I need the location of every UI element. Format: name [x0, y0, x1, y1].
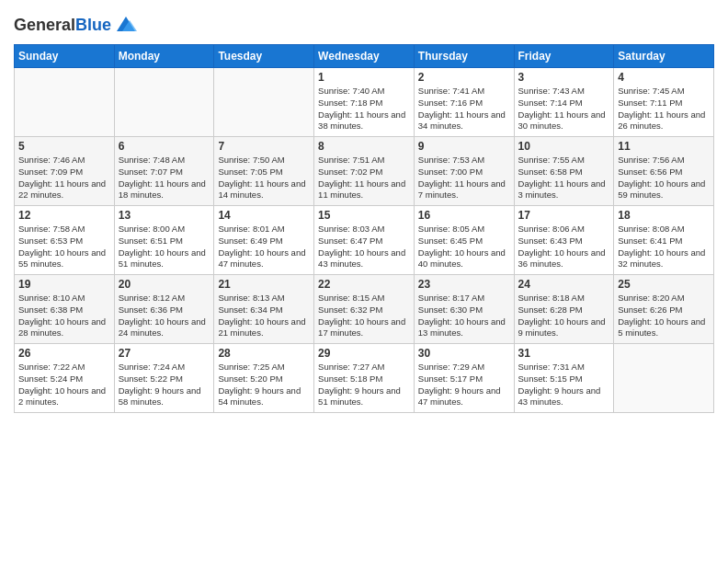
- day-info: Sunrise: 8:12 AM Sunset: 6:36 PM Dayligh…: [119, 293, 210, 339]
- calendar-day-cell: 9Sunrise: 7:53 AM Sunset: 7:00 PM Daylig…: [414, 137, 514, 206]
- day-info: Sunrise: 8:17 AM Sunset: 6:30 PM Dayligh…: [418, 293, 510, 339]
- day-number: 7: [218, 140, 310, 153]
- calendar-day-cell: 13Sunrise: 8:00 AM Sunset: 6:51 PM Dayli…: [114, 206, 214, 275]
- day-info: Sunrise: 7:58 AM Sunset: 6:53 PM Dayligh…: [18, 224, 110, 270]
- calendar-day-cell: 7Sunrise: 7:50 AM Sunset: 7:05 PM Daylig…: [214, 137, 314, 206]
- day-info: Sunrise: 7:27 AM Sunset: 5:18 PM Dayligh…: [318, 362, 410, 408]
- calendar-header-row: SundayMondayTuesdayWednesdayThursdayFrid…: [15, 45, 714, 68]
- calendar-week-row: 19Sunrise: 8:10 AM Sunset: 6:38 PM Dayli…: [15, 275, 714, 344]
- calendar-day-cell: 27Sunrise: 7:24 AM Sunset: 5:22 PM Dayli…: [114, 344, 214, 413]
- calendar-week-row: 12Sunrise: 7:58 AM Sunset: 6:53 PM Dayli…: [15, 206, 714, 275]
- day-info: Sunrise: 8:06 AM Sunset: 6:43 PM Dayligh…: [518, 224, 610, 270]
- day-info: Sunrise: 8:05 AM Sunset: 6:45 PM Dayligh…: [418, 224, 510, 270]
- calendar-day-cell: 21Sunrise: 8:13 AM Sunset: 6:34 PM Dayli…: [214, 275, 314, 344]
- calendar-day-cell: 17Sunrise: 8:06 AM Sunset: 6:43 PM Dayli…: [514, 206, 614, 275]
- day-number: 20: [119, 278, 210, 291]
- calendar-day-cell: [614, 344, 714, 413]
- calendar-day-cell: 31Sunrise: 7:31 AM Sunset: 5:15 PM Dayli…: [514, 344, 614, 413]
- day-info: Sunrise: 7:46 AM Sunset: 7:09 PM Dayligh…: [18, 155, 110, 201]
- day-number: 9: [418, 140, 510, 153]
- day-number: 15: [318, 209, 410, 222]
- day-number: 22: [318, 278, 410, 291]
- day-number: 11: [618, 140, 710, 153]
- day-number: 21: [218, 278, 310, 291]
- day-number: 5: [18, 140, 110, 153]
- calendar-day-cell: 30Sunrise: 7:29 AM Sunset: 5:17 PM Dayli…: [414, 344, 514, 413]
- page: GeneralBlue SundayMondayTuesdayWednesday…: [0, 0, 728, 422]
- calendar-day-cell: 10Sunrise: 7:55 AM Sunset: 6:58 PM Dayli…: [514, 137, 614, 206]
- day-number: 13: [119, 209, 210, 222]
- day-info: Sunrise: 7:24 AM Sunset: 5:22 PM Dayligh…: [119, 362, 210, 408]
- day-info: Sunrise: 7:31 AM Sunset: 5:15 PM Dayligh…: [518, 362, 610, 408]
- calendar-week-row: 5Sunrise: 7:46 AM Sunset: 7:09 PM Daylig…: [15, 137, 714, 206]
- calendar-day-cell: 16Sunrise: 8:05 AM Sunset: 6:45 PM Dayli…: [414, 206, 514, 275]
- calendar-day-cell: 1Sunrise: 7:40 AM Sunset: 7:18 PM Daylig…: [314, 68, 415, 137]
- calendar-table: SundayMondayTuesdayWednesdayThursdayFrid…: [14, 44, 714, 413]
- day-info: Sunrise: 7:55 AM Sunset: 6:58 PM Dayligh…: [518, 155, 610, 201]
- calendar-day-cell: 3Sunrise: 7:43 AM Sunset: 7:14 PM Daylig…: [514, 68, 614, 137]
- day-number: 16: [418, 209, 510, 222]
- calendar-day-cell: 25Sunrise: 8:20 AM Sunset: 6:26 PM Dayli…: [614, 275, 714, 344]
- calendar-header-cell: Friday: [514, 45, 614, 68]
- day-info: Sunrise: 8:00 AM Sunset: 6:51 PM Dayligh…: [119, 224, 210, 270]
- day-number: 6: [119, 140, 210, 153]
- calendar-day-cell: 28Sunrise: 7:25 AM Sunset: 5:20 PM Dayli…: [214, 344, 314, 413]
- calendar-header-cell: Wednesday: [314, 45, 415, 68]
- day-number: 8: [318, 140, 410, 153]
- day-number: 19: [18, 278, 110, 291]
- day-info: Sunrise: 8:20 AM Sunset: 6:26 PM Dayligh…: [618, 293, 710, 339]
- day-number: 10: [518, 140, 610, 153]
- calendar-day-cell: 15Sunrise: 8:03 AM Sunset: 6:47 PM Dayli…: [314, 206, 415, 275]
- day-info: Sunrise: 7:50 AM Sunset: 7:05 PM Dayligh…: [218, 155, 310, 201]
- calendar-day-cell: 6Sunrise: 7:48 AM Sunset: 7:07 PM Daylig…: [114, 137, 214, 206]
- day-info: Sunrise: 8:01 AM Sunset: 6:49 PM Dayligh…: [218, 224, 310, 270]
- calendar-header-cell: Thursday: [414, 45, 514, 68]
- calendar-header-cell: Saturday: [614, 45, 714, 68]
- day-number: 2: [418, 71, 510, 84]
- calendar-day-cell: 8Sunrise: 7:51 AM Sunset: 7:02 PM Daylig…: [314, 137, 415, 206]
- calendar-week-row: 1Sunrise: 7:40 AM Sunset: 7:18 PM Daylig…: [15, 68, 714, 137]
- calendar-day-cell: 12Sunrise: 7:58 AM Sunset: 6:53 PM Dayli…: [15, 206, 115, 275]
- day-info: Sunrise: 7:25 AM Sunset: 5:20 PM Dayligh…: [218, 362, 310, 408]
- calendar-header-cell: Monday: [114, 45, 214, 68]
- logo-icon: [113, 13, 139, 39]
- day-info: Sunrise: 8:13 AM Sunset: 6:34 PM Dayligh…: [218, 293, 310, 339]
- day-info: Sunrise: 7:43 AM Sunset: 7:14 PM Dayligh…: [518, 86, 610, 132]
- day-number: 27: [119, 347, 210, 360]
- calendar-day-cell: 14Sunrise: 8:01 AM Sunset: 6:49 PM Dayli…: [214, 206, 314, 275]
- day-number: 17: [518, 209, 610, 222]
- calendar-day-cell: 19Sunrise: 8:10 AM Sunset: 6:38 PM Dayli…: [15, 275, 115, 344]
- day-info: Sunrise: 7:29 AM Sunset: 5:17 PM Dayligh…: [418, 362, 510, 408]
- day-info: Sunrise: 8:08 AM Sunset: 6:41 PM Dayligh…: [618, 224, 710, 270]
- day-number: 28: [218, 347, 310, 360]
- logo-general-text: General: [14, 16, 75, 34]
- logo-blue-text: Blue: [75, 16, 111, 34]
- day-number: 30: [418, 347, 510, 360]
- day-info: Sunrise: 8:10 AM Sunset: 6:38 PM Dayligh…: [18, 293, 110, 339]
- day-info: Sunrise: 7:40 AM Sunset: 7:18 PM Dayligh…: [318, 86, 410, 132]
- day-number: 12: [18, 209, 110, 222]
- logo: GeneralBlue: [14, 13, 139, 39]
- day-info: Sunrise: 7:41 AM Sunset: 7:16 PM Dayligh…: [418, 86, 510, 132]
- calendar-day-cell: 24Sunrise: 8:18 AM Sunset: 6:28 PM Dayli…: [514, 275, 614, 344]
- calendar-week-row: 26Sunrise: 7:22 AM Sunset: 5:24 PM Dayli…: [15, 344, 714, 413]
- calendar-day-cell: 2Sunrise: 7:41 AM Sunset: 7:16 PM Daylig…: [414, 68, 514, 137]
- day-info: Sunrise: 7:53 AM Sunset: 7:00 PM Dayligh…: [418, 155, 510, 201]
- day-info: Sunrise: 8:15 AM Sunset: 6:32 PM Dayligh…: [318, 293, 410, 339]
- day-number: 14: [218, 209, 310, 222]
- calendar-day-cell: 5Sunrise: 7:46 AM Sunset: 7:09 PM Daylig…: [15, 137, 115, 206]
- calendar-day-cell: 18Sunrise: 8:08 AM Sunset: 6:41 PM Dayli…: [614, 206, 714, 275]
- day-info: Sunrise: 7:45 AM Sunset: 7:11 PM Dayligh…: [618, 86, 710, 132]
- calendar-header-cell: Tuesday: [214, 45, 314, 68]
- day-number: 31: [518, 347, 610, 360]
- calendar-day-cell: 4Sunrise: 7:45 AM Sunset: 7:11 PM Daylig…: [614, 68, 714, 137]
- day-info: Sunrise: 8:18 AM Sunset: 6:28 PM Dayligh…: [518, 293, 610, 339]
- calendar-day-cell: 11Sunrise: 7:56 AM Sunset: 6:56 PM Dayli…: [614, 137, 714, 206]
- day-number: 3: [518, 71, 610, 84]
- day-info: Sunrise: 7:51 AM Sunset: 7:02 PM Dayligh…: [318, 155, 410, 201]
- day-number: 25: [618, 278, 710, 291]
- day-number: 18: [618, 209, 710, 222]
- calendar-day-cell: 26Sunrise: 7:22 AM Sunset: 5:24 PM Dayli…: [15, 344, 115, 413]
- day-number: 23: [418, 278, 510, 291]
- day-info: Sunrise: 7:22 AM Sunset: 5:24 PM Dayligh…: [18, 362, 110, 408]
